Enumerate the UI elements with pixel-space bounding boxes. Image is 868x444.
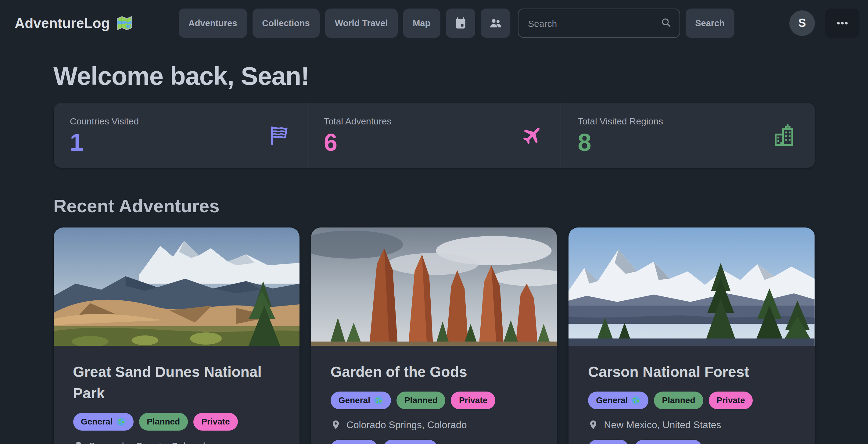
search-field-wrap: [518, 8, 680, 38]
overflow-menu-button[interactable]: [825, 8, 860, 38]
card-body: Great Sand Dunes National Park General: [53, 346, 300, 444]
search-button[interactable]: Search: [685, 8, 735, 38]
stats-panel: Countries Visited 1 Total Adventures 6: [53, 103, 815, 168]
card-image-red-rocks: [311, 227, 557, 346]
tag-badge: exploring: [383, 440, 437, 444]
stat-total-visited-regions: Total Visited Regions 8: [561, 103, 815, 168]
badge-row: General Planned Private: [331, 391, 538, 409]
adventure-card-great-sand-dunes[interactable]: Great Sand Dunes National Park General: [53, 227, 300, 444]
stat-label: Total Adventures: [324, 116, 392, 126]
card-title: Garden of the Gods: [331, 362, 538, 383]
recent-adventures-heading: Recent Adventures: [53, 196, 815, 217]
badge-private: Private: [451, 391, 495, 409]
ellipsis-icon: [835, 16, 850, 31]
card-title: Great Sand Dunes National Park: [73, 362, 280, 404]
stat-total-adventures: Total Adventures 6: [307, 103, 561, 168]
welcome-heading: Welcome back, Sean!: [53, 62, 815, 91]
badge-general: General: [73, 413, 133, 430]
city-icon: [773, 123, 798, 148]
badge-label: General: [339, 395, 370, 405]
badge-planned: Planned: [654, 391, 703, 409]
nav-item-map[interactable]: Map: [403, 8, 440, 38]
logo[interactable]: AdventureLog: [14, 14, 133, 32]
location-pin-icon: [73, 441, 83, 444]
location-text: New Mexico, United States: [604, 420, 721, 431]
nav-item-collections[interactable]: Collections: [252, 8, 319, 38]
search-input[interactable]: [518, 8, 680, 38]
card-title: Carson National Forest: [588, 362, 795, 383]
stat-value: 1: [70, 129, 139, 155]
avatar[interactable]: S: [789, 10, 815, 36]
stat-value: 8: [578, 129, 663, 155]
search-icon: [660, 17, 672, 29]
card-image-snowy-forest: [568, 227, 815, 346]
globe-emoji-icon: [632, 396, 641, 405]
nav-item-world-travel[interactable]: World Travel: [325, 8, 398, 38]
stat-label: Total Visited Regions: [578, 116, 663, 126]
globe-emoji-icon: [116, 417, 125, 426]
badge-label: General: [596, 395, 628, 405]
tag-row: walking exploring: [331, 440, 538, 444]
location-text: Saguache County, Colorado: [89, 441, 211, 444]
tag-badge: walking: [331, 440, 378, 444]
adventure-card-garden-of-the-gods[interactable]: Garden of the Gods General Planned: [311, 227, 557, 444]
stat-label: Countries Visited: [70, 116, 139, 126]
calendar-icon: [454, 17, 467, 30]
badge-general: General: [588, 391, 648, 409]
logo-text: AdventureLog: [14, 15, 110, 31]
tag-badge: backpacking: [635, 440, 703, 444]
location-row: Colorado Springs, Colorado: [331, 420, 538, 431]
tag-badge: hiking: [588, 440, 629, 444]
badge-planned: Planned: [139, 413, 188, 430]
location-row: New Mexico, United States: [588, 420, 795, 431]
main-content: Welcome back, Sean! Countries Visited 1 …: [53, 62, 815, 444]
badge-label: General: [81, 417, 113, 426]
location-pin-icon: [588, 420, 598, 430]
avatar-initial: S: [798, 17, 806, 30]
badge-general: General: [331, 391, 391, 409]
location-row: Saguache County, Colorado: [73, 441, 280, 444]
users-button[interactable]: [480, 8, 509, 38]
tag-row: hiking backpacking: [588, 440, 795, 444]
plane-icon: [520, 123, 544, 148]
calendar-button[interactable]: [445, 8, 475, 38]
navbar-right: S: [789, 8, 860, 38]
stat-value: 6: [324, 129, 392, 155]
stat-countries-visited: Countries Visited 1: [53, 103, 307, 168]
users-icon: [488, 17, 502, 30]
badge-private: Private: [709, 391, 753, 409]
adventure-card-carson-national-forest[interactable]: Carson National Forest General Planned: [568, 227, 815, 444]
location-pin-icon: [331, 420, 341, 430]
location-text: Colorado Springs, Colorado: [346, 420, 467, 431]
globe-emoji-icon: [374, 396, 383, 405]
badge-row: General Planned Private: [73, 413, 280, 430]
badge-planned: Planned: [397, 391, 445, 409]
nav-item-adventures[interactable]: Adventures: [179, 8, 247, 38]
badge-private: Private: [193, 413, 238, 430]
badge-row: General Planned Private: [588, 391, 795, 409]
card-body: Garden of the Gods General Planned: [311, 346, 557, 444]
nav-links: Adventures Collections World Travel Map: [179, 8, 735, 38]
flag-icon: [267, 124, 290, 147]
adventurelog-app: AdventureLog Adventures Collections Worl…: [0, 0, 868, 444]
map-emoji-icon: [115, 14, 133, 32]
card-body: Carson National Forest General Planned: [568, 346, 815, 444]
navbar: AdventureLog Adventures Collections Worl…: [0, 0, 868, 46]
adventure-cards-grid: Great Sand Dunes National Park General: [53, 227, 815, 444]
card-image-sand-dunes: [53, 227, 300, 346]
